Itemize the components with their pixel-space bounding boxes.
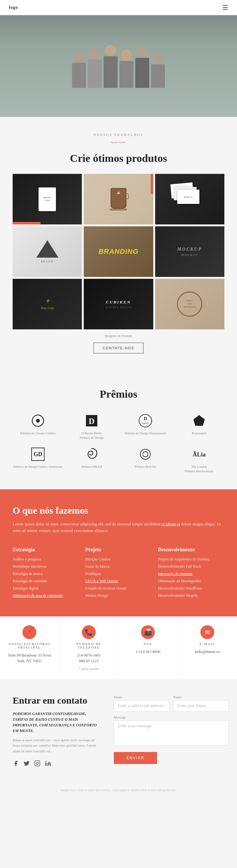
portfolio-item-8[interactable]: CUBIKEN KITCHEN DESIGN <box>84 279 153 329</box>
what-title: O que nós fazemos <box>13 505 224 516</box>
email-field-label: Email <box>114 695 169 699</box>
lia-icon: ÃLia <box>192 446 206 462</box>
svg-point-14 <box>45 761 46 762</box>
svg-marker-7 <box>193 415 205 426</box>
portfolio-item-5[interactable]: BRANDING <box>84 226 153 277</box>
service-item-highlight[interactable]: Otimização da taxa de conversão <box>13 593 79 598</box>
logo: logo <box>9 5 18 10</box>
footer-note: Sample text. Click to select the text bo… <box>0 784 237 796</box>
location-icon: 📍 <box>23 625 36 639</box>
circle-dot-icon <box>31 413 45 429</box>
portfolio-item-9[interactable]: SINCE2010HANDMADE <box>155 279 224 329</box>
contact-form-text: Etiam ut amet convallis est - class apte… <box>13 738 101 754</box>
service-development: Desenvolvimento Projeto de Arquitetura d… <box>158 547 224 600</box>
svg-text:D: D <box>89 416 95 426</box>
service-item[interactable]: Análise e pesquisa <box>13 557 79 562</box>
service-project-list: Direção Criativa Guias de Marca Protótip… <box>85 557 152 598</box>
svg-rect-12 <box>35 761 40 766</box>
service-item[interactable]: Otimização de Desempenho <box>158 579 224 584</box>
award-label-6: Prêmios D&AD <box>81 465 102 469</box>
award-item-5: GD Prêmios de Design Gráfico Americano <box>13 446 63 473</box>
svg-text:ÃLia: ÃLia <box>193 451 206 458</box>
linkedin-icon[interactable] <box>45 760 51 768</box>
awards-grid: Prêmios do Círculo Criativo D O Pacote D… <box>13 413 224 473</box>
svg-text:DAWN: DAWN <box>142 422 148 425</box>
footer-note-text: Sample text. Click to select the text bo… <box>60 788 177 792</box>
service-item[interactable]: Guias de Marca <box>85 564 152 569</box>
contact-button[interactable]: CONTATE-NOS <box>94 343 143 353</box>
contact-form-title: Entrar em contato <box>13 695 101 706</box>
award-label-8: The London Prêmios Internacionais <box>184 465 214 473</box>
name-input[interactable] <box>173 700 229 712</box>
pentagon-icon <box>192 413 206 429</box>
contact-form-bold-desc: PODEMOS GARANTIR CONFIABILIDADE, TARIFAS… <box>13 711 101 734</box>
award-label-5: Prêmios de Design Gráfico Americano <box>13 465 63 469</box>
service-item[interactable]: Projeto de Arquitetura de Sistema <box>158 557 224 562</box>
swirl-icon <box>85 446 99 462</box>
email-input[interactable] <box>114 700 169 712</box>
instagram-icon[interactable] <box>34 760 40 768</box>
service-item[interactable]: Protótipos <box>85 571 152 576</box>
portfolio-item-6[interactable]: MOCKUP MOCKUP <box>155 226 224 277</box>
portfolio-item-4[interactable]: BRAND <box>13 226 82 277</box>
office-value: Suite 94 Broadway 33 Nova York, NY 10021 <box>5 652 54 664</box>
award-item-1: Prêmios do Círculo Criativo <box>13 413 63 440</box>
service-item[interactable]: Direção Criativa <box>85 557 152 562</box>
works-label: NOSSOS TRABALHOS <box>13 133 224 136</box>
service-item[interactable]: Estratégia de conteúdo <box>13 579 79 584</box>
social-icons <box>13 760 101 768</box>
email-card-label: E-MAIL <box>200 642 215 646</box>
portfolio-item-1[interactable]: BusinessCard <box>13 174 82 224</box>
message-field-wrapper: Message <box>114 715 229 746</box>
service-item[interactable]: Estratégia de marca <box>13 571 79 576</box>
portfolio-item-2[interactable]: ☕ <box>84 174 153 224</box>
what-link[interactable]: ut labore et <box>162 522 180 526</box>
portfolio-item-3[interactable]: design co. <box>155 174 224 224</box>
gd-square-icon: GD <box>31 446 45 462</box>
award-item-4: Pentawards <box>174 413 224 440</box>
service-project-title: Projeto <box>85 547 152 553</box>
award-label-3: Prêmios de Design Dinamarquês <box>125 431 166 436</box>
award-item-3: D DAWN Prêmios de Design Dinamarquês <box>120 413 171 440</box>
portfolio-grid: BusinessCard ☕ <box>13 174 224 329</box>
svg-text:GD: GD <box>34 451 42 457</box>
name-field-label: Name <box>173 695 229 699</box>
service-item[interactable]: Workshops interativos <box>13 564 79 569</box>
service-strategy: Estratégia Análise e pesquisa Workshops … <box>13 547 79 600</box>
twitter-icon[interactable] <box>23 760 30 768</box>
award-item-7: Prêmios Red Dot <box>120 446 171 473</box>
what-description: Lorem ipsum dolor sit amet, consectetur … <box>13 521 224 534</box>
phone-value: 214-9876-1405888-05-1123 <box>77 652 100 664</box>
contact-card-fax: 📠 FAX 1-214-567-8900 <box>118 616 178 679</box>
contact-form-right: Email Name Message ENVIAR <box>114 695 229 764</box>
service-item[interactable]: Motion Design <box>85 593 152 598</box>
contact-cards: 📍 NOSSO ESCRITÓRIO PRINCIPAL Suite 94 Br… <box>0 616 237 679</box>
red-dot-icon <box>138 446 152 462</box>
service-item[interactable]: Desenvolvimento WordPress <box>158 586 224 591</box>
service-item[interactable]: Desenvolvimento Full Stack <box>158 564 224 569</box>
header: logo ☰ <box>0 0 237 15</box>
email-card-value: hello@theme.co <box>195 649 220 655</box>
service-item[interactable]: Estratégia digital <box>13 586 79 591</box>
awards-section: Prêmios Prêmios do Círculo Criativo D O … <box>0 379 237 489</box>
award-item-6: Prêmios D&AD <box>66 446 117 473</box>
svg-point-10 <box>140 449 150 459</box>
portfolio-item-7[interactable]: ⚜ Polo Club <box>13 279 82 329</box>
contact-card-phone: 📞 NÚMERO DE TELEFONE 214-9876-1405888-05… <box>59 616 119 679</box>
submit-button[interactable]: ENVIAR <box>114 752 157 764</box>
hero-image <box>0 0 237 117</box>
wavy-decorator: 〰〰 <box>13 139 224 147</box>
service-item[interactable]: Desenvolvimento Shopify <box>158 593 224 598</box>
service-item-highlight[interactable]: Integração de sistemas <box>158 571 224 576</box>
facebook-icon[interactable] <box>13 760 19 768</box>
office-label: NOSSO ESCRITÓRIO PRINCIPAL <box>5 642 54 649</box>
contact-form-left: Entrar em contato PODEMOS GARANTIR CONFI… <box>13 695 101 769</box>
award-label-7: Prêmios Red Dot <box>135 465 157 469</box>
service-item[interactable]: Criação de recursos visuais <box>85 586 152 591</box>
contact-form-section: Entrar em contato PODEMOS GARANTIR CONFI… <box>0 679 237 784</box>
hamburger-menu-icon[interactable]: ☰ <box>223 4 228 11</box>
message-input[interactable] <box>114 720 229 746</box>
service-item-highlight[interactable]: UI/UX e Web Design <box>85 579 152 584</box>
letter-d-icon: D <box>85 413 99 429</box>
fax-icon: 📠 <box>141 625 155 639</box>
